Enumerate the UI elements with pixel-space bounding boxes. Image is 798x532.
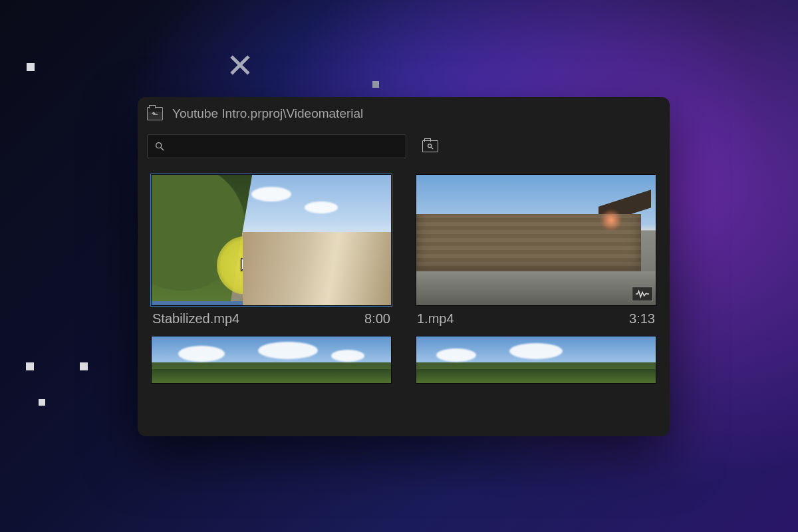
bg-square — [27, 63, 35, 71]
svg-point-2 — [428, 144, 432, 148]
scrub-bar[interactable] — [152, 301, 391, 305]
clip-name: 1.mp4 — [417, 311, 454, 327]
svg-line-1 — [161, 148, 164, 150]
clip-item[interactable] — [151, 336, 392, 384]
new-search-bin-icon[interactable] — [422, 140, 438, 152]
search-field[interactable] — [147, 134, 406, 158]
clip-grid: Stabilized.mp4 8:00 1.mp4 3:13 — [138, 162, 670, 384]
svg-point-0 — [156, 143, 162, 148]
clip-item[interactable]: 1.mp4 3:13 — [416, 174, 656, 327]
clip-item[interactable]: Stabilized.mp4 8:00 — [151, 174, 392, 327]
search-icon — [154, 141, 165, 152]
bg-square — [80, 362, 88, 370]
cursor-icon — [241, 257, 254, 275]
svg-line-3 — [431, 147, 433, 149]
project-bin-panel: ⬑ Youtube Intro.prproj\Videomaterial — [138, 97, 670, 436]
panel-header: ⬑ Youtube Intro.prproj\Videomaterial — [138, 97, 670, 130]
clip-thumbnail[interactable] — [151, 336, 392, 384]
breadcrumb: Youtube Intro.prproj\Videomaterial — [172, 106, 363, 121]
clip-duration: 8:00 — [364, 311, 390, 327]
folder-up-icon[interactable]: ⬑ — [147, 107, 163, 120]
click-highlight — [217, 236, 275, 295]
search-input[interactable] — [172, 140, 399, 152]
bg-square — [26, 362, 34, 370]
clip-thumbnail[interactable] — [416, 174, 656, 306]
bg-square — [39, 399, 45, 406]
bg-square — [372, 81, 379, 88]
clip-thumbnail[interactable] — [151, 174, 392, 306]
clip-item[interactable] — [416, 336, 656, 384]
toolbar — [138, 130, 670, 162]
bg-x-icon: ✕ — [226, 47, 254, 85]
clip-thumbnail[interactable] — [416, 336, 656, 384]
clip-name: Stabilized.mp4 — [152, 311, 239, 327]
audio-waveform-icon — [632, 287, 653, 301]
clip-duration: 3:13 — [629, 311, 655, 327]
audio-waveform-icon — [367, 287, 388, 301]
